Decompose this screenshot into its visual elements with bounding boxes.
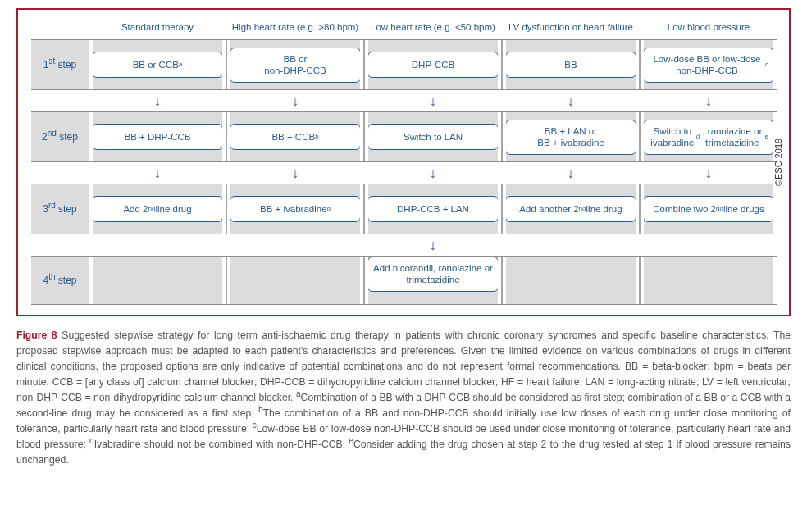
row-label-step-4: 4th step xyxy=(31,256,89,305)
col-header-low-hr: Low heart rate (e.g. <50 bpm) xyxy=(364,16,502,39)
down-arrow-icon: ↓ xyxy=(364,165,502,181)
figure-frame: Standard therapy High heart rate (e.g. >… xyxy=(16,8,791,316)
copyright-label: ©ESC 2019 xyxy=(773,139,783,186)
arrows-after-step-3: ↓ xyxy=(31,234,777,256)
cell-s1-c3: DHP-CCB xyxy=(367,52,499,78)
arrows-after-step-1: ↓ ↓ ↓ ↓ ↓ xyxy=(31,90,777,111)
stepwise-table: Standard therapy High heart rate (e.g. >… xyxy=(31,16,777,308)
row-step-1: 1st step BB or CCBa BB ornon-DHP-CCB DHP… xyxy=(31,39,777,90)
cell-s1-c5: Low-dose BB or low-dose non-DHP-CCBc xyxy=(643,48,774,83)
row-label-step-3: 3rd step xyxy=(31,184,89,234)
down-arrow-icon: ↓ xyxy=(89,165,226,181)
row-step-2: 2nd step BB + DHP-CCB BB + CCBb Switch t… xyxy=(31,111,777,162)
cell-s1-c4: BB xyxy=(505,52,636,78)
down-arrow-icon: ↓ xyxy=(364,237,502,253)
down-arrow-icon: ↓ xyxy=(640,93,777,109)
row-label-step-1: 1st step xyxy=(31,39,89,90)
col-header-low-bp: Low blood pressure xyxy=(640,16,777,39)
cell-s3-c1: Add 2nd line drug xyxy=(92,196,223,222)
down-arrow-icon: ↓ xyxy=(502,165,640,181)
down-arrow-icon: ↓ xyxy=(640,165,777,181)
cell-s4-c3: Add nicorandil, ranolazine or trimetazid… xyxy=(367,257,499,292)
down-arrow-icon: ↓ xyxy=(89,93,226,109)
figure-number: Figure 8 xyxy=(16,330,57,341)
cell-s3-c5: Combine two 2nd line drugs xyxy=(643,196,774,222)
figure-caption-text: Suggested stepwise strategy for long ter… xyxy=(16,330,791,465)
col-header-lv-dys: LV dysfunction or heart failure xyxy=(502,16,640,39)
row-step-3: 3rd step Add 2nd line drug BB + ivabradi… xyxy=(31,184,777,234)
down-arrow-icon: ↓ xyxy=(226,93,364,109)
down-arrow-icon: ↓ xyxy=(364,93,502,109)
col-header-standard: Standard therapy xyxy=(89,16,226,39)
arrows-after-step-2: ↓ ↓ ↓ ↓ ↓ xyxy=(31,162,777,184)
down-arrow-icon: ↓ xyxy=(502,93,640,109)
cell-s3-c4: Add another 2nd line drug xyxy=(505,196,636,222)
cell-s2-c2: BB + CCBb xyxy=(230,124,361,150)
cell-s1-c1: BB or CCBa xyxy=(92,52,223,78)
figure-caption: Figure 8 Suggested stepwise strategy for… xyxy=(16,328,791,467)
cell-s2-c5: Switch to ivabradined, ranolazine or tri… xyxy=(643,120,774,155)
cell-s1-c2: BB ornon-DHP-CCB xyxy=(230,48,361,83)
cell-s2-c1: BB + DHP-CCB xyxy=(92,124,223,150)
cell-s3-c3: DHP-CCB + LAN xyxy=(367,196,499,222)
down-arrow-icon: ↓ xyxy=(226,165,364,181)
row-label-step-2: 2nd step xyxy=(31,111,89,162)
row-step-4: 4th step Add nicorandil, ranolazine or t… xyxy=(31,256,777,305)
cell-s2-c3: Switch to LAN xyxy=(367,124,499,150)
figure-wrapper: Standard therapy High heart rate (e.g. >… xyxy=(16,8,791,316)
col-header-high-hr: High heart rate (e.g. >80 bpm) xyxy=(226,16,364,39)
cell-s3-c2: BB + ivabradined xyxy=(230,196,361,222)
column-header-row: Standard therapy High heart rate (e.g. >… xyxy=(31,16,777,39)
cell-s2-c4: BB + LAN orBB + ivabradine xyxy=(505,120,636,155)
